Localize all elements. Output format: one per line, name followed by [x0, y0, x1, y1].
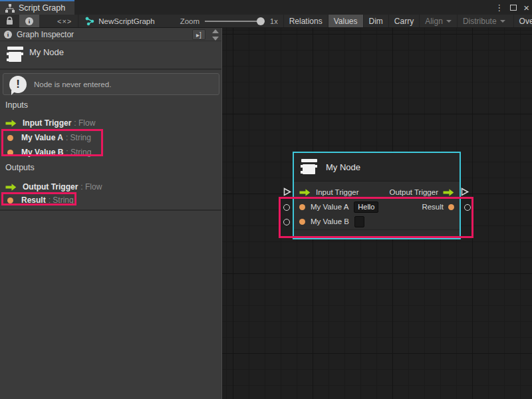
value-port-icon — [7, 198, 13, 203]
external-flow-output-port[interactable] — [460, 187, 469, 199]
result-label: Result — [422, 203, 444, 211]
script-graph-window: Script Graph ⋮ × i <×> NewScriptGraph Zo… — [0, 0, 532, 399]
scroll-down-icon[interactable] — [212, 37, 219, 41]
align-dropdown[interactable]: Align — [419, 15, 457, 27]
node-body: Input Trigger Output Trigger My Value A … — [294, 182, 460, 229]
inspected-node-header: My Node — [0, 41, 221, 70]
value-b-label: My Value B — [311, 217, 349, 225]
warning-bubble-icon: ! — [9, 76, 27, 93]
values-button[interactable]: Values — [328, 15, 363, 27]
inspector-header: i Graph Inspector ▸] — [0, 28, 221, 41]
value-port-icon[interactable] — [448, 204, 454, 210]
carry-button[interactable]: Carry — [388, 15, 419, 27]
warning-box: ! Node is never entered. — [3, 73, 219, 95]
value-b-input[interactable] — [354, 216, 364, 227]
value-port-icon[interactable] — [299, 219, 305, 225]
external-value-b-port[interactable] — [283, 219, 290, 225]
script-graph-icon — [5, 4, 15, 13]
code-icon: <×> — [57, 17, 72, 25]
port-row-my-value-a: My Value A : String — [5, 131, 91, 144]
external-result-port[interactable] — [464, 204, 471, 211]
chevron-down-icon — [500, 20, 505, 23]
external-value-a-port[interactable] — [283, 204, 290, 211]
dock-button[interactable]: ▸] — [192, 29, 205, 40]
warning-text: Node is never entered. — [34, 80, 111, 88]
unit-node-icon — [301, 158, 318, 176]
inspected-node-title: My Node — [29, 47, 64, 57]
flow-arrow-icon — [5, 184, 17, 191]
maximize-icon[interactable] — [510, 5, 517, 11]
scroll-arrows[interactable] — [212, 29, 219, 41]
flow-in-label: Input Trigger — [316, 188, 359, 196]
flow-out-label: Output Trigger — [389, 188, 438, 196]
outputs-section-title: Outputs — [5, 163, 35, 172]
zoom-slider-track — [205, 21, 265, 22]
port-row-input-trigger: Input Trigger : Flow — [5, 116, 95, 130]
node-row-triggers: Input Trigger Output Trigger — [294, 185, 460, 200]
info-icon: i — [25, 17, 33, 25]
value-a-input[interactable]: Hello — [354, 201, 378, 213]
window-controls: ⋮ × — [495, 0, 529, 15]
value-port-icon — [7, 150, 13, 156]
node-row-value-a: My Value A Hello Result — [294, 200, 460, 214]
inputs-section-title: Inputs — [5, 100, 28, 110]
node-footer — [294, 229, 460, 238]
inspector-title: Graph Inspector — [17, 30, 74, 39]
external-flow-input-port[interactable] — [283, 187, 292, 199]
overview-button[interactable]: Overview — [513, 15, 532, 27]
value-a-label: My Value A — [311, 203, 348, 211]
lock-icon — [6, 17, 13, 25]
node-title: My Node — [326, 162, 360, 172]
zoom-slider-handle[interactable] — [257, 17, 265, 25]
tab-bar: Script Graph ⋮ × — [0, 0, 532, 15]
graph-asset-icon — [85, 17, 94, 26]
value-port-icon[interactable] — [299, 204, 305, 210]
zoom-label: Zoom — [180, 17, 200, 25]
dim-button[interactable]: Dim — [363, 15, 388, 27]
code-preview-button[interactable]: <×> — [51, 15, 78, 27]
flow-arrow-icon — [5, 120, 17, 127]
node-row-value-b: My Value B — [294, 214, 460, 229]
graph-canvas[interactable]: My Node Input Trigger Output Trigger — [222, 28, 532, 399]
distribute-dropdown[interactable]: Distribute — [457, 15, 511, 27]
graph-inspector-panel: i Graph Inspector ▸] My Node ! Node is n… — [0, 28, 222, 399]
node-header[interactable]: My Node — [294, 153, 460, 182]
relations-button[interactable]: Relations — [283, 15, 328, 27]
tab-script-graph[interactable]: Script Graph — [0, 0, 74, 15]
value-port-icon — [7, 135, 13, 141]
info-icon: i — [4, 31, 12, 39]
toolbar-left-group: i <×> — [0, 15, 78, 27]
scroll-up-icon[interactable] — [212, 29, 219, 33]
my-node[interactable]: My Node Input Trigger Output Trigger — [293, 152, 461, 239]
kebab-menu-icon[interactable]: ⋮ — [495, 3, 503, 12]
unit-node-icon — [7, 45, 24, 64]
lock-button[interactable] — [0, 15, 19, 27]
flow-arrow-icon[interactable] — [443, 189, 454, 196]
graph-reference[interactable]: NewScriptGraph — [78, 15, 161, 27]
port-row-output-trigger: Output Trigger : Flow — [5, 180, 102, 194]
tab-label: Script Graph — [19, 3, 65, 13]
flow-arrow-icon[interactable] — [299, 189, 311, 196]
zoom-control: Zoom 1x — [180, 17, 278, 25]
graph-toolbar: i <×> NewScriptGraph Zoom 1x Relations V… — [0, 15, 532, 28]
zoom-level: 1x — [270, 17, 278, 25]
section-divider — [0, 209, 221, 211]
zoom-slider[interactable] — [205, 17, 265, 25]
chevron-down-icon — [446, 20, 452, 23]
toolbar-buttons: Relations Values Dim Carry Align Distrib… — [283, 15, 532, 27]
inspector-toggle-button[interactable]: i — [19, 15, 39, 27]
port-row-my-value-b: My Value B : String — [5, 146, 91, 159]
port-row-result: Result : String — [5, 194, 74, 207]
close-icon[interactable]: × — [523, 3, 529, 13]
graph-name: NewScriptGraph — [98, 17, 154, 25]
